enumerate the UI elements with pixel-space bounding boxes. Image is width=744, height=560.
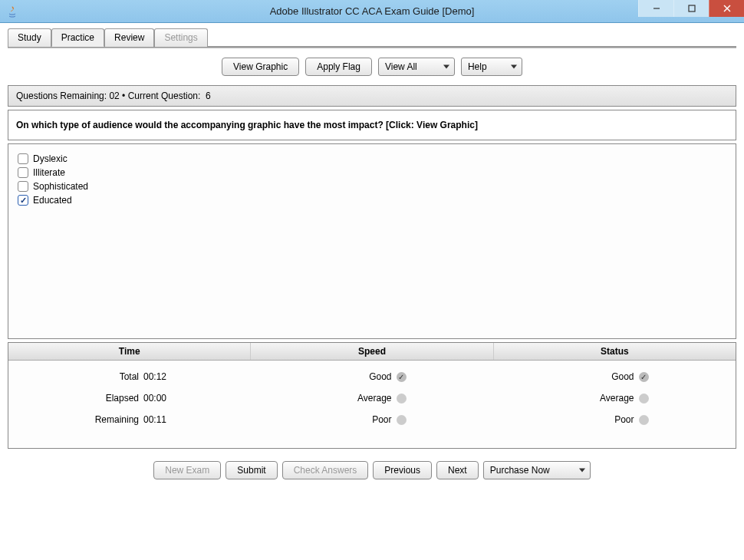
answer-option[interactable]: Dyslexic (18, 152, 726, 166)
remaining-value: 02 (109, 91, 119, 101)
view-filter-label: View All (385, 61, 417, 72)
status-column: Good Average Poor (493, 371, 736, 425)
window-controls (638, 0, 744, 17)
tab-review[interactable]: Review (104, 28, 154, 47)
checkbox-icon[interactable] (18, 181, 28, 192)
help-label: Help (468, 61, 487, 72)
java-icon (6, 5, 18, 18)
answer-option[interactable]: Illiterate (18, 166, 726, 180)
answer-label: Educated (33, 195, 72, 206)
toolbar: View Graphic Apply Flag View All Help (8, 48, 736, 85)
status-bar: Questions Remaining: 02 • Current Questi… (8, 85, 736, 107)
radio-checked-icon (639, 372, 649, 382)
tab-practice[interactable]: Practice (51, 28, 104, 47)
radio-icon (639, 415, 649, 425)
time-header: Time (8, 343, 251, 360)
remaining-label: Remaining (85, 414, 139, 425)
separator: • (122, 91, 125, 101)
submit-button[interactable]: Submit (226, 461, 277, 479)
titlebar: Adobe Illustrator CC ACA Exam Guide [Dem… (0, 0, 744, 23)
maximize-button[interactable] (673, 0, 709, 17)
speed-poor-label: Poor (338, 414, 392, 425)
answer-option[interactable]: Educated (18, 193, 726, 207)
radio-icon (397, 415, 407, 425)
svg-rect-1 (689, 5, 695, 12)
status-good-label: Good (581, 371, 634, 382)
tab-study[interactable]: Study (8, 28, 51, 47)
close-button[interactable] (709, 0, 744, 17)
tab-settings: Settings (154, 28, 207, 47)
content-area: Study Practice Review Settings View Grap… (0, 23, 744, 487)
apply-flag-button[interactable]: Apply Flag (305, 58, 372, 76)
answer-label: Sophisticated (33, 181, 88, 192)
elapsed-value: 00:00 (143, 393, 174, 404)
status-poor-label: Poor (581, 414, 634, 425)
answers-panel: Dyslexic Illiterate Sophisticated Educat… (8, 143, 736, 339)
total-label: Total (85, 371, 139, 382)
status-average-label: Average (581, 393, 634, 404)
answer-option[interactable]: Sophisticated (18, 180, 726, 193)
current-label: Current Question: (128, 91, 201, 101)
purchase-select[interactable]: Purchase Now (483, 461, 591, 479)
speed-good-label: Good (338, 371, 392, 382)
radio-icon (397, 394, 407, 404)
previous-button[interactable]: Previous (373, 461, 432, 479)
elapsed-label: Elapsed (85, 393, 139, 404)
new-exam-button: New Exam (153, 461, 221, 479)
checkbox-icon[interactable] (18, 195, 28, 206)
radio-checked-icon (397, 372, 407, 382)
window-title: Adobe Illustrator CC ACA Exam Guide [Dem… (0, 5, 744, 17)
tabstrip: Study Practice Review Settings (8, 28, 736, 47)
checkbox-icon[interactable] (18, 153, 28, 164)
time-column: Total00:12 Elapsed00:00 Remaining00:11 (8, 371, 251, 425)
view-filter-select[interactable]: View All (378, 58, 455, 76)
check-answers-button: Check Answers (282, 461, 369, 479)
view-graphic-button[interactable]: View Graphic (222, 58, 299, 76)
help-select[interactable]: Help (461, 58, 522, 76)
minimize-button[interactable] (638, 0, 673, 17)
current-value: 6 (206, 91, 211, 101)
total-value: 00:12 (143, 371, 174, 382)
checkbox-icon[interactable] (18, 167, 28, 178)
remaining-label: Questions Remaining: (16, 91, 107, 101)
answer-label: Illiterate (33, 167, 65, 178)
remaining-value: 00:11 (143, 414, 174, 425)
speed-column: Good Average Poor (251, 371, 493, 425)
speed-average-label: Average (338, 393, 392, 404)
speed-header: Speed (251, 343, 493, 360)
status-header: Status (494, 343, 736, 360)
purchase-label: Purchase Now (490, 465, 550, 476)
stats-body: Total00:12 Elapsed00:00 Remaining00:11 G… (8, 361, 736, 448)
bottom-toolbar: New Exam Submit Check Answers Previous N… (8, 449, 736, 483)
stats-header: Time Speed Status (8, 343, 736, 361)
radio-icon (639, 394, 649, 404)
answer-label: Dyslexic (33, 153, 67, 164)
next-button[interactable]: Next (436, 461, 479, 479)
stats-panel: Time Speed Status Total00:12 Elapsed00:0… (8, 342, 736, 449)
question-text: On which type of audience would the acco… (8, 110, 736, 140)
